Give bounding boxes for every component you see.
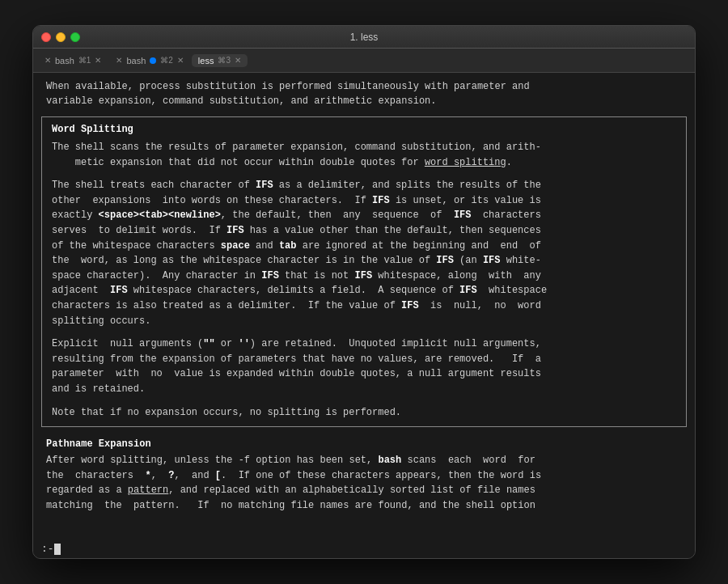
tab-label-1: bash <box>55 56 74 66</box>
tab-x-icon-3[interactable]: ✕ <box>235 56 241 65</box>
tab-cmd-2: ⌘2 <box>160 56 173 65</box>
tab-bash-1[interactable]: ✕ bash ⌘1 ✕ <box>38 54 108 67</box>
tab-x-icon-2[interactable]: ✕ <box>177 56 184 65</box>
cursor <box>54 544 61 555</box>
ws-para2: The shell treats each character of IFS a… <box>52 178 676 328</box>
tab-bash-2[interactable]: ✕ bash ⌘2 ✕ <box>109 54 189 67</box>
intro-paragraph: When available, process substitution is … <box>33 73 695 116</box>
terminal-content: When available, process substitution is … <box>33 73 695 558</box>
ws-para4: Note that if no expansion occurs, no spl… <box>52 405 676 421</box>
word-splitting-body: The shell scans the results of parameter… <box>52 140 676 420</box>
tab-cmd-1: ⌘1 <box>78 56 91 65</box>
word-splitting-section: Word Splitting The shell scans the resul… <box>41 116 687 427</box>
tab-cmd-3: ⌘3 <box>218 56 231 65</box>
word-splitting-title: Word Splitting <box>52 124 676 135</box>
minimize-button[interactable] <box>56 32 66 42</box>
tab-label-3: less <box>198 56 214 66</box>
window-title: 1. less <box>350 32 379 43</box>
ws-para1: The shell scans the results of parameter… <box>52 140 676 170</box>
maximize-button[interactable] <box>70 32 80 42</box>
close-button[interactable] <box>41 32 51 42</box>
pathname-expansion-title: Pathname Expansion <box>46 438 682 450</box>
pathname-expansion-section: Pathname Expansion After word splitting,… <box>33 435 695 519</box>
tabbar: ✕ bash ⌘1 ✕ ✕ bash ⌘2 ✕ less ⌘3 ✕ <box>33 49 695 73</box>
intro-line1: When available, process substitution is … <box>46 81 530 92</box>
tab-close-icon-2[interactable]: ✕ <box>116 56 122 65</box>
tab-x-icon-1[interactable]: ✕ <box>95 56 101 65</box>
prompt-text: :- <box>41 543 54 555</box>
traffic-lights <box>41 32 80 42</box>
pathname-expansion-body: After word splitting, unless the -f opti… <box>46 453 682 513</box>
tab-close-icon-1[interactable]: ✕ <box>44 56 51 65</box>
intro-line2: variable expansion, command substitution… <box>46 95 436 107</box>
tab-less-3[interactable]: less ⌘3 ✕ <box>192 54 248 67</box>
tab-label-2: bash <box>126 56 146 66</box>
tab-dot-2 <box>150 57 156 64</box>
ws-para3: Explicit null arguments ("" or '') are r… <box>52 336 676 396</box>
titlebar: 1. less <box>33 26 695 49</box>
prompt-line: :- <box>41 543 61 555</box>
terminal-window: 1. less ✕ bash ⌘1 ✕ ✕ bash ⌘2 ✕ less ⌘3 … <box>32 25 696 559</box>
